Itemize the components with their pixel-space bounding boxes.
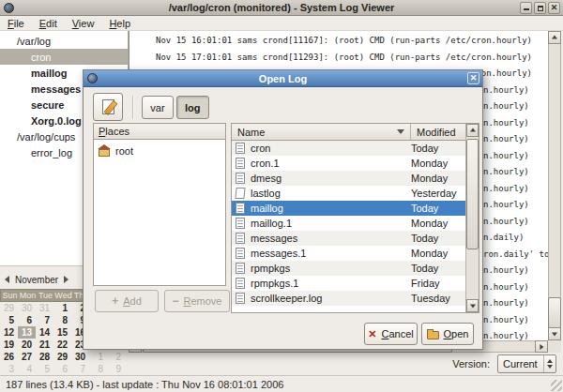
file-name: scrollkeeper.log [251, 293, 411, 304]
calendar-day[interactable]: 7 [36, 314, 53, 326]
table-row[interactable]: cron.1 Monday [232, 156, 465, 171]
calendar-day[interactable]: 1 [53, 302, 71, 314]
menu-item[interactable]: Help [101, 17, 138, 30]
scroll-up-button[interactable] [466, 124, 479, 137]
file-scrollbar-thumb[interactable] [466, 139, 479, 249]
path-button-label: log [185, 102, 201, 113]
calendar-day[interactable]: 21 [36, 339, 53, 351]
file-name: cron [251, 143, 411, 154]
scroll-up-button[interactable] [548, 31, 561, 44]
minimize-button[interactable] [520, 2, 532, 14]
file-list-header: Name Modified [232, 124, 465, 141]
spinner-icon[interactable] [543, 355, 555, 372]
menu-item[interactable]: Edit [32, 17, 65, 30]
calendar-day[interactable]: 31 [36, 302, 53, 314]
file-icon [236, 158, 245, 169]
table-row[interactable]: messages.1 Monday [232, 246, 465, 261]
sidebar-log-item[interactable]: /var/log [0, 33, 128, 49]
close-button[interactable]: ✕ [548, 2, 560, 14]
calendar-day[interactable]: 20 [18, 339, 36, 351]
file-modified: Monday [411, 218, 465, 229]
file-rows: cron Today cron.1 Monday dmesg Monday la… [232, 141, 465, 312]
column-header-name[interactable]: Name [232, 124, 411, 141]
minimize-icon [524, 8, 529, 10]
add-button-label: Add [123, 295, 142, 307]
table-row[interactable]: cron Today [232, 141, 465, 156]
file-list-scrollbar[interactable] [465, 124, 479, 312]
table-row[interactable]: maillog Today [232, 201, 465, 216]
next-month-icon[interactable] [64, 276, 68, 283]
dialog-close-button[interactable]: ✕ [467, 72, 479, 84]
table-row[interactable]: scrollkeeper.log Tuesday [232, 291, 465, 306]
open-folder-icon [427, 331, 439, 339]
calendar-day[interactable]: 6 [18, 314, 36, 326]
sidebar-item-label: /var/log [17, 36, 51, 47]
table-row[interactable]: rpmpkgs.1 Friday [232, 276, 465, 291]
open-button-label: Open [444, 328, 469, 339]
sidebar-item-label: /var/log/cups [17, 131, 75, 143]
scroll-down-button[interactable] [548, 327, 561, 340]
version-label: Version: [452, 358, 490, 369]
file-icon [236, 278, 245, 289]
minus-icon: − [173, 296, 179, 306]
remove-button-label: Remove [184, 295, 222, 307]
path-button[interactable]: log [176, 96, 209, 119]
weekday-label: Tue [37, 290, 54, 301]
file-icon [236, 263, 245, 274]
sidebar-item-label: Xorg.0.log [31, 115, 82, 127]
table-row[interactable]: dmesg Monday [232, 171, 465, 186]
vertical-scrollbar[interactable] [548, 31, 561, 340]
file-modified: Yesterday [411, 188, 465, 199]
place-label: root [115, 145, 133, 157]
file-icon [236, 203, 245, 214]
place-item[interactable]: root [94, 143, 225, 158]
calendar-day[interactable]: 22 [53, 339, 71, 351]
resize-grip[interactable] [551, 380, 562, 391]
calendar-day[interactable]: 14 [36, 326, 53, 339]
file-name: messages [251, 233, 411, 244]
table-row[interactable]: lastlog Yesterday [232, 186, 465, 201]
sidebar-item-label: cron [31, 52, 51, 63]
sidebar-log-item[interactable]: cron [0, 49, 128, 65]
calendar-day[interactable]: 19 [0, 339, 18, 351]
file-icon [236, 143, 245, 154]
type-filename-button[interactable] [93, 93, 123, 121]
previous-month-icon[interactable] [5, 276, 9, 283]
vertical-scrollbar-thumb[interactable] [548, 297, 561, 328]
remove-button[interactable]: − Remove [164, 290, 230, 312]
menu-item[interactable]: View [65, 17, 102, 30]
calendar-day[interactable]: 8 [53, 314, 71, 326]
calendar-day[interactable]: 30 [18, 302, 36, 314]
calendar-day[interactable]: 13 [18, 326, 36, 339]
dialog-titlebar[interactable]: Open Log ✕ [84, 70, 482, 87]
file-modified: Today [411, 203, 465, 214]
scroll-right-button[interactable] [535, 340, 548, 353]
places-header[interactable]: Places [93, 123, 226, 140]
arrow-down-icon [470, 304, 476, 308]
open-button[interactable]: Open [421, 323, 474, 345]
open-log-dialog: Open Log ✕ var log Places root + Add − R… [83, 69, 483, 350]
table-row[interactable]: messages Today [232, 231, 465, 246]
menu-item[interactable]: File [0, 17, 32, 30]
file-modified: Monday [411, 173, 465, 184]
calendar-day[interactable]: 15 [53, 326, 71, 339]
cancel-button[interactable]: ✕ Cancel [364, 323, 418, 345]
cancel-button-label: Cancel [381, 328, 413, 339]
calendar-day[interactable]: 12 [0, 326, 18, 339]
table-row[interactable]: rpmpkgs Today [232, 261, 465, 276]
file-icon [236, 218, 245, 229]
window-titlebar[interactable]: /var/log/cron (monitored) - System Log V… [0, 0, 563, 16]
column-header-modified[interactable]: Modified [411, 124, 465, 141]
path-button-label: var [150, 102, 164, 113]
calendar-day[interactable]: 29 [0, 302, 18, 314]
scroll-down-button[interactable] [466, 299, 479, 312]
version-dropdown[interactable]: Current [497, 354, 556, 373]
path-button[interactable]: var [142, 96, 174, 119]
table-row[interactable]: maillog.1 Monday [232, 216, 465, 231]
maximize-button[interactable] [534, 2, 546, 14]
calendar-day[interactable]: 5 [0, 314, 18, 326]
sidebar-item-label: maillog [31, 68, 68, 79]
home-icon [99, 149, 110, 157]
add-button[interactable]: + Add [95, 290, 159, 312]
window-title: /var/log/cron (monitored) - System Log V… [0, 2, 563, 13]
